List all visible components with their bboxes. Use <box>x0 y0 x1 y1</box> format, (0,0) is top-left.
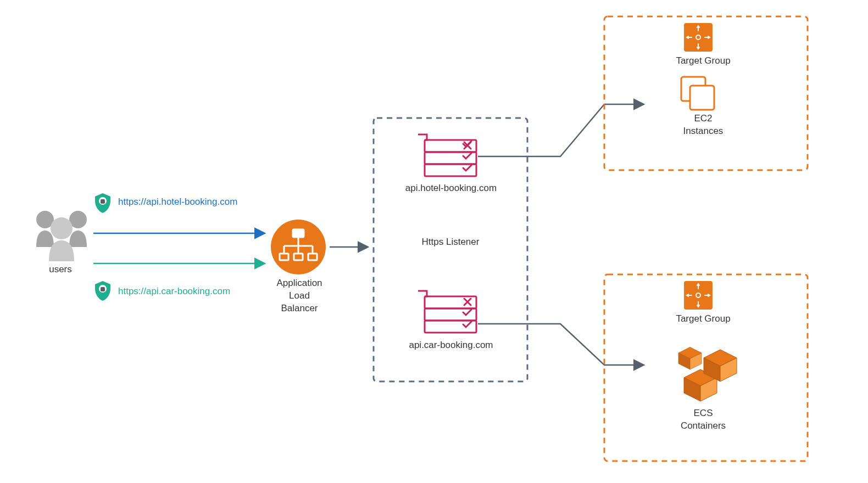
listener-rule-bottom-label: api.car-booking.com <box>399 339 503 352</box>
svg-rect-17 <box>425 140 476 152</box>
svg-point-2 <box>51 217 73 239</box>
listener-rule-bottom-icon <box>418 291 476 333</box>
svg-rect-27 <box>684 281 713 310</box>
svg-rect-25 <box>681 77 705 101</box>
target-group-bottom-badge-icon <box>684 281 713 310</box>
target-group-top-title: Target Group <box>659 55 747 68</box>
request-url-top: https://api.hotel-booking.com <box>118 196 237 209</box>
alb-label-line3: Balancer <box>281 303 318 313</box>
alb-label-line2: Load <box>289 290 310 301</box>
secure-shield-bottom-icon <box>95 281 110 301</box>
svg-rect-4 <box>101 199 105 204</box>
alb-icon <box>271 220 326 274</box>
svg-rect-18 <box>425 152 476 164</box>
target-group-top-box <box>604 16 808 170</box>
svg-point-1 <box>69 211 87 228</box>
target-group-bottom-title: Target Group <box>659 313 747 325</box>
svg-rect-21 <box>425 308 476 321</box>
target-group-bottom-box <box>604 274 808 461</box>
svg-point-5 <box>99 285 107 293</box>
svg-rect-26 <box>690 86 714 110</box>
svg-rect-16 <box>308 254 317 260</box>
listener-rule-top-label: api.hotel-booking.com <box>399 182 503 195</box>
svg-rect-23 <box>684 23 713 52</box>
svg-rect-6 <box>101 287 105 291</box>
svg-point-3 <box>99 197 107 205</box>
svg-point-0 <box>36 211 54 228</box>
tg-bottom-resource-line2: Containers <box>681 420 726 431</box>
listener-rule-top-icon <box>418 134 476 176</box>
tg-top-resource-line1: EC2 <box>694 113 712 123</box>
svg-rect-20 <box>425 296 476 308</box>
svg-point-7 <box>271 220 326 274</box>
arrow-listener-tg-top <box>478 104 643 156</box>
target-group-top-badge-icon <box>684 23 713 52</box>
svg-rect-15 <box>294 254 303 260</box>
request-url-bottom: https://api.car-booking.com <box>118 285 230 298</box>
svg-point-28 <box>696 293 700 297</box>
listener-title: Https Listener <box>385 236 516 249</box>
tg-top-resource-line2: Instances <box>683 126 724 136</box>
tg-bottom-resource-line1: ECS <box>694 408 713 418</box>
svg-rect-19 <box>425 164 476 176</box>
svg-point-24 <box>696 35 700 40</box>
users-label: users <box>33 263 88 276</box>
svg-rect-22 <box>425 321 476 333</box>
svg-rect-14 <box>280 254 288 260</box>
alb-label-line1: Application <box>276 278 322 288</box>
ec2-instances-icon <box>681 77 714 110</box>
secure-shield-top-icon <box>95 193 110 213</box>
ecs-containers-icon <box>678 347 737 402</box>
users-icon <box>36 211 87 261</box>
svg-rect-8 <box>293 229 304 237</box>
